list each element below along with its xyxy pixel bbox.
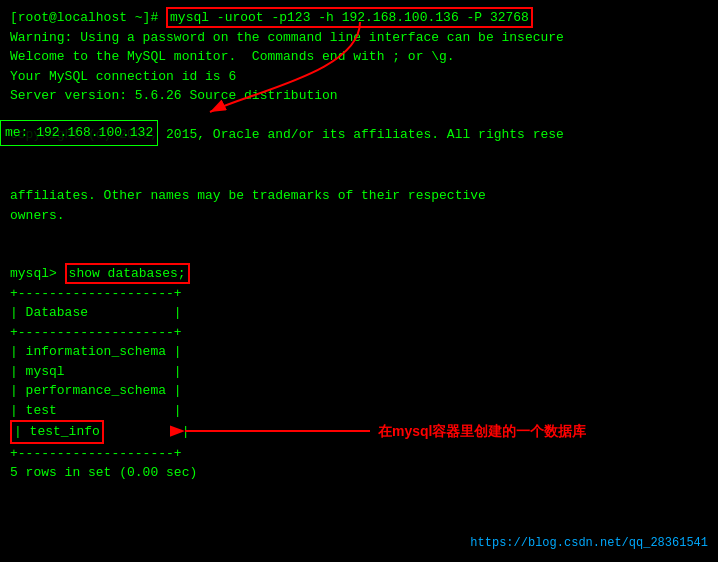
blank-line-4 — [10, 245, 708, 265]
table-row-2: | mysql | — [10, 362, 708, 382]
shell-prompt: [root@localhost ~]# — [10, 10, 166, 25]
table-row-3: | performance_schema | — [10, 381, 708, 401]
table-border-top: +--------------------+ — [10, 284, 708, 304]
overlay-info: me: 192.168.100.132 — [0, 120, 158, 146]
table-row-5: | test_info | — [10, 420, 708, 444]
table-row-4: | test | — [10, 401, 708, 421]
terminal-window: [root@localhost ~]# mysql -uroot -p123 -… — [0, 0, 718, 491]
owners-line: owners. — [10, 206, 708, 226]
table-header: | Database | — [10, 303, 708, 323]
table-border-bottom: +--------------------+ — [10, 444, 708, 464]
blank-line-2 — [10, 145, 708, 165]
mysql-show-cmd: show databases; — [65, 263, 190, 284]
command-line: [root@localhost ~]# mysql -uroot -p123 -… — [10, 8, 708, 28]
table-row-5-suffix: | — [104, 424, 190, 439]
overlay-text-content: me: 192.168.100.132 — [5, 125, 153, 140]
test-info-highlighted: | test_info — [10, 420, 104, 444]
affiliates-line: affiliates. Other names may be trademark… — [10, 186, 708, 206]
mysql-prompt-text: mysql> — [10, 266, 65, 281]
blank-line-3 — [10, 225, 708, 245]
welcome-line: Welcome to the MySQL monitor. Commands e… — [10, 47, 708, 67]
table-row-1: | information_schema | — [10, 342, 708, 362]
result-line: 5 rows in set (0.00 sec) — [10, 463, 708, 483]
table-separator: +--------------------+ — [10, 323, 708, 343]
watermark-url: https://blog.csdn.net/qq_28361541 — [470, 536, 708, 550]
server-version-line: Server version: 5.6.26 Source distributi… — [10, 86, 708, 106]
warning-line: Warning: Using a password on the command… — [10, 28, 708, 48]
mysql-show-line: mysql> show databases; — [10, 264, 708, 284]
mysql-command-highlighted: mysql -uroot -p123 -h 192.168.100.136 -P… — [166, 7, 533, 28]
connection-id-line: Your MySQL connection id is 6 — [10, 67, 708, 87]
